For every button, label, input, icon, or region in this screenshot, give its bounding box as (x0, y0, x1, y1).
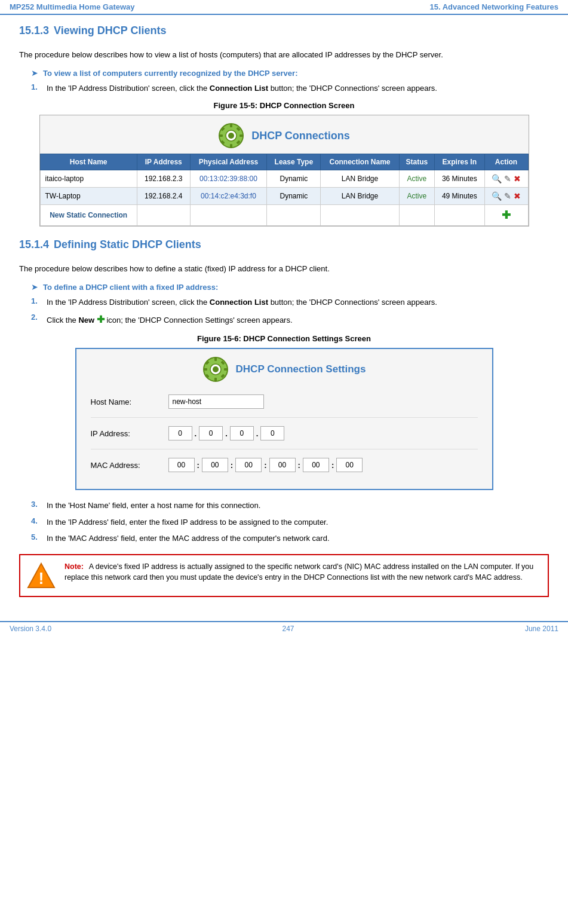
new-static-expires (435, 205, 485, 226)
step-2-5-text: In the 'MAC Address' field, enter the MA… (47, 533, 330, 544)
mac-sep-3: : (264, 461, 266, 470)
mac-sep-1: : (197, 461, 199, 470)
ip-address-label: IP Address: (91, 429, 168, 438)
step-1-1-num: 1. (31, 82, 43, 94)
dhcp-settings-screen: DHCP Connection Settings Host Name: IP A… (75, 348, 493, 490)
svg-rect-14 (214, 357, 217, 361)
new-static-ip (137, 205, 190, 226)
svg-rect-5 (219, 134, 223, 137)
step-2-3: 3. In the 'Host Name' field, enter a hos… (19, 500, 549, 512)
header-left: MP252 Multimedia Home Gateway (10, 2, 135, 11)
arrow-label-2: To define a DHCP client with a fixed IP … (43, 283, 218, 292)
svg-rect-3 (230, 124, 232, 127)
step-2-1-text: In the 'IP Address Distribution' screen,… (47, 296, 437, 308)
cell-host: itaico-laptop (40, 170, 137, 188)
new-icon: ✚ (97, 314, 105, 325)
ip-octet-1[interactable] (168, 426, 192, 440)
add-icon[interactable]: ✚ (502, 209, 511, 221)
cell-action[interactable]: 🔍 ✎ ✖ (484, 170, 528, 188)
step-2-1-num: 1. (31, 296, 43, 308)
step-2-4-num: 4. (31, 516, 43, 528)
col-physical-address: Physical Address (190, 154, 267, 170)
dhcp-connection-screen: DHCP Connections Host Name IP Address Ph… (39, 115, 529, 227)
cell-mac: 00:13:02:39:88:00 (190, 170, 267, 188)
footer-date: June 2011 (525, 625, 558, 633)
mac-sep-4: : (298, 461, 300, 470)
page-header: MP252 Multimedia Home Gateway 15. Advanc… (0, 0, 568, 15)
edit-icon[interactable]: 🔍 (492, 174, 502, 183)
cell-ip: 192.168.2.3 (137, 170, 190, 188)
section-1-title: Viewing DHCP Clients (54, 25, 166, 37)
settings-screen-header: DHCP Connection Settings (76, 349, 492, 387)
footer-version: Version 3.4.0 (10, 625, 51, 633)
col-ip-address: IP Address (137, 154, 190, 170)
host-name-row: Host Name: (91, 394, 478, 418)
svg-rect-6 (240, 134, 243, 137)
ip-sep-1: . (195, 429, 197, 438)
arrow-label-1: To view a list of computers currently re… (43, 69, 297, 78)
step-2-1: 1. In the 'IP Address Distribution' scre… (19, 296, 549, 308)
section-2-intro: The procedure below describes how to def… (19, 263, 549, 275)
delete-icon[interactable]: ✖ (514, 191, 521, 201)
arrow-icon-2: ➤ (31, 282, 38, 292)
col-lease-type: Lease Type (267, 154, 321, 170)
col-status: Status (399, 154, 434, 170)
new-static-label: New Static Connection (40, 205, 137, 226)
step-2-4: 4. In the 'IP Address' field, enter the … (19, 516, 549, 528)
new-static-mac (190, 205, 267, 226)
section-1-intro: The procedure below describes how to vie… (19, 49, 549, 61)
arrow-icon-1: ➤ (31, 68, 38, 78)
ip-octet-4[interactable] (260, 426, 284, 440)
note-text: A device's fixed IP address is actually … (65, 562, 533, 582)
mac-octet-6[interactable] (336, 458, 363, 472)
mac-address-label: MAC Address: (91, 461, 168, 470)
ip-inputs: . . . (168, 426, 285, 440)
host-name-input[interactable] (168, 394, 264, 409)
warning-icon: ! (27, 561, 56, 590)
footer-page: 247 (282, 625, 294, 633)
step-2-2-num: 2. (31, 313, 43, 327)
cell-status: Active (399, 170, 434, 188)
delete-icon[interactable]: ✖ (514, 174, 521, 183)
cell-ip: 192.168.2.4 (137, 188, 190, 205)
settings-form: Host Name: IP Address: . . . MAC Address… (76, 387, 492, 479)
cell-connection: LAN Bridge (321, 170, 399, 188)
mac-octet-2[interactable] (202, 458, 228, 472)
svg-point-2 (228, 133, 234, 139)
dhcp-connections-table: Host Name IP Address Physical Address Le… (40, 154, 529, 226)
col-action: Action (484, 154, 528, 170)
svg-point-13 (213, 366, 219, 372)
table-row: TW-Laptop 192.168.2.4 00:14:c2:e4:3d:f0 … (40, 188, 528, 205)
ip-octet-2[interactable] (199, 426, 223, 440)
cell-expires: 36 Minutes (435, 170, 485, 188)
cell-connection: LAN Bridge (321, 188, 399, 205)
settings-gear-icon (202, 356, 229, 383)
gear-icon (218, 123, 244, 149)
svg-rect-16 (204, 368, 207, 371)
new-static-status (399, 205, 434, 226)
mac-inputs: : : : : : (168, 458, 363, 472)
clone-icon[interactable]: ✎ (504, 191, 511, 201)
svg-rect-15 (214, 378, 217, 381)
new-static-action[interactable]: ✚ (484, 205, 528, 226)
mac-octet-3[interactable] (235, 458, 262, 472)
cell-lease: Dynamic (267, 188, 321, 205)
mac-octet-5[interactable] (303, 458, 329, 472)
arrow-bullet-1: ➤ To view a list of computers currently … (31, 68, 549, 78)
settings-screen-title: DHCP Connection Settings (236, 363, 366, 375)
mac-octet-4[interactable] (269, 458, 296, 472)
cell-action[interactable]: 🔍 ✎ ✖ (484, 188, 528, 205)
mac-address-row: MAC Address: : : : : : (91, 458, 478, 472)
clone-icon[interactable]: ✎ (504, 174, 511, 183)
ip-octet-3[interactable] (230, 426, 254, 440)
cell-status: Active (399, 188, 434, 205)
dhcp-screen-header: DHCP Connections (40, 115, 529, 154)
mac-octet-1[interactable] (168, 458, 195, 472)
figure-1-title: Figure 15-5: DHCP Connection Screen (19, 101, 549, 110)
step-2-3-num: 3. (31, 500, 43, 512)
step-2-3-text: In the 'Host Name' field, enter a host n… (47, 500, 260, 512)
edit-icon[interactable]: 🔍 (492, 191, 502, 201)
table-row: itaico-laptop 192.168.2.3 00:13:02:39:88… (40, 170, 528, 188)
section-2-heading: 15.1.4 Defining Static DHCP Clients (19, 238, 549, 257)
dhcp-screen-title: DHCP Connections (251, 130, 350, 142)
